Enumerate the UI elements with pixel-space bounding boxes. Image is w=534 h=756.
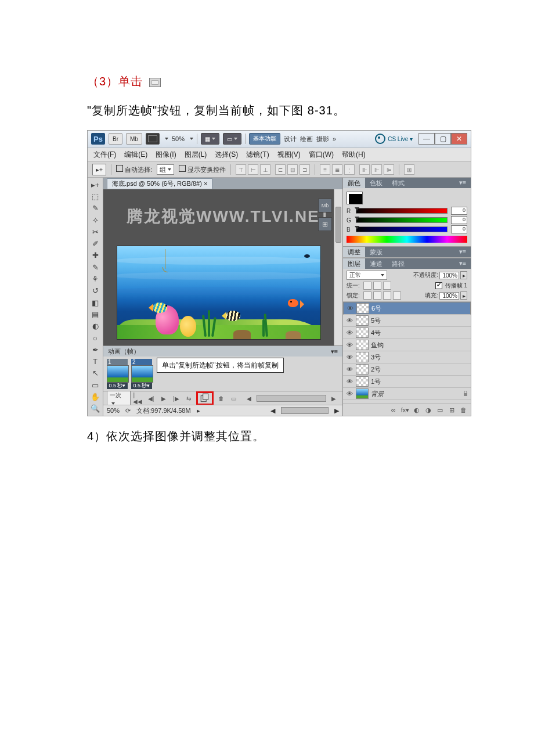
screen-mode2-button[interactable]: ▭ xyxy=(223,133,241,145)
r-value[interactable]: 0 xyxy=(451,207,467,215)
visibility-eye-icon[interactable]: 👁 xyxy=(345,377,353,386)
align-vcenter-icon[interactable]: ⊢ xyxy=(248,164,258,175)
workspace-design[interactable]: 设计 xyxy=(284,135,297,143)
delete-layer-icon[interactable]: 🗑 xyxy=(459,406,467,414)
dist-2-icon[interactable]: ≣ xyxy=(332,164,342,175)
layer-row[interactable]: 👁 4号 xyxy=(343,327,471,339)
menu-help[interactable]: 帮助(H) xyxy=(342,150,366,160)
layer-row[interactable]: 👁 3号 xyxy=(343,351,471,363)
lock-all-icon[interactable] xyxy=(393,291,401,300)
dist-5-icon[interactable]: ⊩ xyxy=(371,164,382,175)
color-ramp[interactable] xyxy=(347,236,467,243)
document-canvas[interactable] xyxy=(117,246,321,340)
mini-panel2-icon[interactable]: ⊞ xyxy=(318,217,332,231)
tab-swatch[interactable]: 色板 xyxy=(365,178,387,188)
status-hscroll[interactable] xyxy=(281,407,329,414)
pen-tool-icon[interactable]: ✒ xyxy=(89,344,102,355)
eyedropper-tool-icon[interactable]: ✐ xyxy=(89,238,102,249)
menu-layer[interactable]: 图层(L) xyxy=(185,150,207,160)
anim-frame-1[interactable]: 1 0.5 秒▾ xyxy=(107,359,128,389)
lock-pos-icon[interactable] xyxy=(383,291,391,300)
foreground-background-swatch[interactable] xyxy=(347,192,363,204)
auto-select-type[interactable]: 组 xyxy=(157,164,174,175)
group-icon[interactable]: ▭ xyxy=(436,406,444,414)
menu-filter[interactable]: 滤镜(T) xyxy=(246,150,269,160)
dist-6-icon[interactable]: ⊫ xyxy=(384,164,394,175)
lasso-tool-icon[interactable]: ✎ xyxy=(89,203,102,214)
shape-tool-icon[interactable]: ▭ xyxy=(89,380,102,390)
menu-window[interactable]: 窗口(W) xyxy=(309,150,334,160)
status-rotate-icon[interactable]: ⟳ xyxy=(125,407,131,415)
blur-tool-icon[interactable]: ◐ xyxy=(89,321,102,332)
wand-tool-icon[interactable]: ✧ xyxy=(89,215,102,225)
propagate-checkbox[interactable]: ✔ xyxy=(435,282,442,289)
stamp-tool-icon[interactable]: ⚘ xyxy=(89,273,102,284)
visibility-eye-icon[interactable]: 👁 xyxy=(345,365,353,373)
visibility-eye-icon[interactable]: 👁 xyxy=(345,329,353,337)
panel-menu-icon[interactable]: ▾≡ xyxy=(454,258,471,269)
cslive-button[interactable]: CS Live ▾ xyxy=(388,136,413,142)
fill-input[interactable]: 100% xyxy=(439,292,459,300)
tab-adjust[interactable]: 调整 xyxy=(343,247,365,257)
dodge-tool-icon[interactable]: ○ xyxy=(89,333,102,343)
history-brush-tool-icon[interactable]: ↺ xyxy=(89,286,102,296)
status-zoom[interactable]: 50% xyxy=(107,407,120,414)
opacity-input[interactable]: 100% xyxy=(439,272,459,279)
tab-style[interactable]: 样式 xyxy=(387,178,409,188)
panel-menu-icon[interactable]: ▾≡ xyxy=(454,247,471,257)
delete-frame-icon[interactable]: 🗑 xyxy=(216,394,226,403)
status-menu-icon[interactable]: ▸ xyxy=(197,407,200,415)
marquee-tool-icon[interactable]: ⬚ xyxy=(89,191,102,201)
close-button[interactable]: ✕ xyxy=(451,133,467,145)
mask-icon[interactable]: ◐ xyxy=(413,406,421,414)
fx-icon[interactable]: fx▾ xyxy=(401,406,409,414)
menu-file[interactable]: 文件(F) xyxy=(93,150,116,160)
visibility-eye-icon[interactable]: 👁 xyxy=(345,341,353,349)
crop-tool-icon[interactable]: ✂ xyxy=(89,226,102,237)
document-tab[interactable]: 海底.psd @ 50% (6号, RGB/8#) × xyxy=(107,178,212,189)
align-top-icon[interactable]: ⊤ xyxy=(236,164,246,175)
lock-pixels-icon[interactable] xyxy=(373,291,381,300)
gradient-tool-icon[interactable]: ▤ xyxy=(89,309,102,319)
menu-select[interactable]: 选择(S) xyxy=(215,150,238,160)
duplicate-frame-button[interactable] xyxy=(200,394,210,403)
next-frame-icon[interactable]: |▶ xyxy=(171,394,182,403)
unify-pos-icon[interactable] xyxy=(363,282,371,290)
hand-tool-icon[interactable]: ✋ xyxy=(89,391,102,402)
arrange-docs-button[interactable]: ▦ xyxy=(201,133,219,145)
mini-panel-icon[interactable]: Mb xyxy=(318,199,332,213)
g-value[interactable]: 0 xyxy=(451,216,467,224)
lock-trans-icon[interactable] xyxy=(363,291,371,300)
workspace-photo[interactable]: 摄影 xyxy=(316,135,329,143)
new-layer-icon[interactable]: ⊞ xyxy=(448,406,456,414)
unify-vis-icon[interactable] xyxy=(373,282,381,290)
tab-channels[interactable]: 通道 xyxy=(365,258,387,269)
g-slider[interactable] xyxy=(356,217,448,223)
status-hscroll-left[interactable]: ◀ xyxy=(270,407,275,415)
first-frame-icon[interactable]: |◀◀ xyxy=(133,394,143,403)
panel-menu-icon[interactable]: ▾≡ xyxy=(454,178,471,188)
bridge-button[interactable]: Br xyxy=(109,133,122,145)
link-layers-icon[interactable]: ∞ xyxy=(389,406,398,414)
dist-3-icon[interactable]: ⋮ xyxy=(344,164,355,175)
prev-frame-icon[interactable]: ◀| xyxy=(146,394,156,403)
unify-style-icon[interactable] xyxy=(383,282,391,290)
timeline-mode-icon[interactable]: ▭ xyxy=(229,394,239,403)
play-icon[interactable]: ▶ xyxy=(158,394,169,403)
anim-hscroll-right[interactable]: ▶ xyxy=(329,394,339,403)
path-tool-icon[interactable]: ↖ xyxy=(89,368,102,379)
status-hscroll-right[interactable]: ▶ xyxy=(334,407,339,415)
visibility-eye-icon[interactable]: 👁 xyxy=(346,304,354,312)
visibility-eye-icon[interactable]: 👁 xyxy=(345,353,353,361)
dist-4-icon[interactable]: ⊪ xyxy=(359,164,370,175)
close-tab-icon[interactable]: × xyxy=(204,180,207,187)
anim-hscroll[interactable] xyxy=(257,395,327,402)
opacity-flyout-icon[interactable]: ▸ xyxy=(460,271,467,279)
tab-layers[interactable]: 图层 xyxy=(343,258,365,269)
adjustment-layer-icon[interactable]: ◑ xyxy=(424,406,432,414)
tab-paths[interactable]: 路径 xyxy=(387,258,409,269)
minimize-button[interactable]: — xyxy=(418,133,435,145)
dist-1-icon[interactable]: ≡ xyxy=(320,164,330,175)
menu-edit[interactable]: 编辑(E) xyxy=(124,150,147,160)
move-tool-icon[interactable]: ▸+ xyxy=(89,179,102,190)
